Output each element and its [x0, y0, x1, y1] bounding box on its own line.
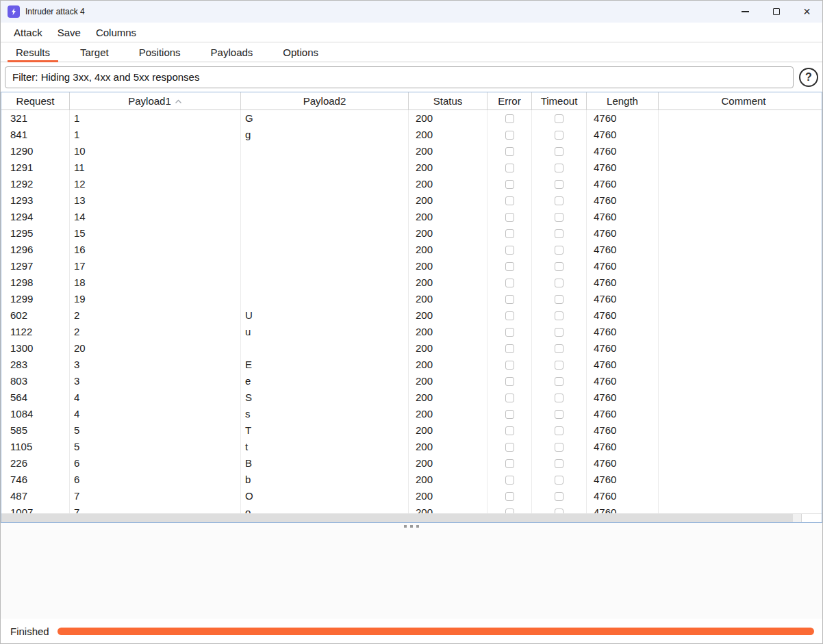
timeout-checkbox[interactable] — [555, 164, 564, 172]
result-row[interactable]: 8411g2004760 — [1, 127, 822, 143]
timeout-checkbox[interactable] — [555, 377, 564, 386]
result-row[interactable]: 2266B2004760 — [1, 455, 822, 472]
menu-save[interactable]: Save — [51, 25, 87, 40]
close-button[interactable]: × — [792, 1, 822, 23]
result-row[interactable]: 11055t2004760 — [1, 439, 822, 455]
column-header-timeout[interactable]: Timeout — [532, 92, 587, 110]
column-header-status[interactable]: Status — [409, 92, 488, 110]
tab-options[interactable]: Options — [275, 42, 327, 62]
timeout-checkbox[interactable] — [555, 295, 564, 304]
tab-positions[interactable]: Positions — [131, 42, 189, 62]
scrollbar-thumb[interactable] — [1, 514, 793, 522]
result-row[interactable]: 6022U2004760 — [1, 307, 822, 324]
result-row[interactable]: 5644S2004760 — [1, 389, 822, 406]
timeout-checkbox[interactable] — [555, 180, 564, 189]
error-checkbox[interactable] — [505, 164, 514, 172]
result-row[interactable]: 3211G2004760 — [1, 110, 822, 127]
error-checkbox[interactable] — [505, 328, 514, 337]
column-header-comment[interactable]: Comment — [659, 92, 822, 110]
error-checkbox[interactable] — [505, 262, 514, 271]
timeout-checkbox[interactable] — [555, 410, 564, 419]
error-checkbox[interactable] — [505, 114, 514, 123]
result-row[interactable]: 1291112004760 — [1, 159, 822, 176]
column-header-error[interactable]: Error — [488, 92, 532, 110]
result-row[interactable]: 1292122004760 — [1, 176, 822, 192]
error-checkbox[interactable] — [505, 180, 514, 189]
result-row[interactable]: 1298182004760 — [1, 274, 822, 291]
error-checkbox[interactable] — [505, 229, 514, 238]
result-row[interactable]: 11222u2004760 — [1, 324, 822, 340]
result-row[interactable]: 4877O2004760 — [1, 488, 822, 504]
result-row[interactable]: 10077o2004760 — [1, 504, 822, 513]
result-row[interactable]: 1296162004760 — [1, 242, 822, 258]
timeout-checkbox[interactable] — [555, 476, 564, 485]
panel-splitter[interactable] — [1, 523, 822, 530]
error-checkbox[interactable] — [505, 443, 514, 452]
result-row[interactable]: 1300202004760 — [1, 340, 822, 357]
timeout-checkbox[interactable] — [555, 443, 564, 452]
column-header-payload1[interactable]: Payload1 — [70, 92, 241, 110]
filter-summary[interactable]: Filter: Hiding 3xx, 4xx and 5xx response… — [5, 66, 794, 88]
timeout-checkbox[interactable] — [555, 246, 564, 255]
error-checkbox[interactable] — [505, 426, 514, 435]
timeout-checkbox[interactable] — [555, 508, 564, 514]
column-header-request[interactable]: Request — [1, 92, 70, 110]
timeout-checkbox[interactable] — [555, 114, 564, 123]
error-checkbox[interactable] — [505, 344, 514, 353]
error-checkbox[interactable] — [505, 459, 514, 468]
timeout-checkbox[interactable] — [555, 279, 564, 287]
timeout-checkbox[interactable] — [555, 262, 564, 271]
menu-attack[interactable]: Attack — [8, 25, 49, 40]
tab-target[interactable]: Target — [72, 42, 117, 62]
tab-results[interactable]: Results — [8, 42, 58, 62]
maximize-button[interactable] — [761, 1, 792, 23]
error-checkbox[interactable] — [505, 279, 514, 287]
error-checkbox[interactable] — [505, 377, 514, 386]
timeout-checkbox[interactable] — [555, 361, 564, 370]
timeout-checkbox[interactable] — [555, 131, 564, 140]
result-row[interactable]: 1294142004760 — [1, 209, 822, 225]
column-header-length[interactable]: Length — [587, 92, 659, 110]
timeout-checkbox[interactable] — [555, 147, 564, 156]
result-row[interactable]: 10844s2004760 — [1, 406, 822, 422]
result-row[interactable]: 8033e2004760 — [1, 373, 822, 389]
help-button[interactable]: ? — [799, 68, 818, 87]
timeout-checkbox[interactable] — [555, 229, 564, 238]
result-row[interactable]: 1297172004760 — [1, 258, 822, 274]
timeout-checkbox[interactable] — [555, 459, 564, 468]
timeout-checkbox[interactable] — [555, 426, 564, 435]
error-checkbox[interactable] — [505, 476, 514, 485]
error-checkbox[interactable] — [505, 361, 514, 370]
timeout-checkbox[interactable] — [555, 196, 564, 205]
timeout-checkbox[interactable] — [555, 328, 564, 337]
result-row[interactable]: 2833E2004760 — [1, 357, 822, 373]
error-checkbox[interactable] — [505, 508, 514, 514]
minimize-button[interactable] — [730, 1, 761, 23]
result-row[interactable]: 5855T2004760 — [1, 422, 822, 439]
error-checkbox[interactable] — [505, 246, 514, 255]
scrollbar-track[interactable] — [1, 514, 801, 522]
error-checkbox[interactable] — [505, 196, 514, 205]
timeout-checkbox[interactable] — [555, 492, 564, 501]
error-checkbox[interactable] — [505, 394, 514, 402]
column-header-payload2[interactable]: Payload2 — [241, 92, 409, 110]
result-row[interactable]: 1293132004760 — [1, 192, 822, 209]
result-row[interactable]: 1295152004760 — [1, 225, 822, 242]
timeout-checkbox[interactable] — [555, 394, 564, 402]
error-checkbox[interactable] — [505, 131, 514, 140]
tab-payloads[interactable]: Payloads — [203, 42, 262, 62]
result-row[interactable]: 1299192004760 — [1, 291, 822, 307]
horizontal-scrollbar[interactable] — [1, 513, 822, 522]
error-checkbox[interactable] — [505, 295, 514, 304]
result-row[interactable]: 1290102004760 — [1, 143, 822, 159]
timeout-checkbox[interactable] — [555, 213, 564, 222]
timeout-checkbox[interactable] — [555, 344, 564, 353]
error-checkbox[interactable] — [505, 311, 514, 320]
timeout-checkbox[interactable] — [555, 311, 564, 320]
error-checkbox[interactable] — [505, 213, 514, 222]
error-checkbox[interactable] — [505, 492, 514, 501]
error-checkbox[interactable] — [505, 410, 514, 419]
error-checkbox[interactable] — [505, 147, 514, 156]
menu-columns[interactable]: Columns — [90, 25, 142, 40]
result-row[interactable]: 7466b2004760 — [1, 472, 822, 488]
